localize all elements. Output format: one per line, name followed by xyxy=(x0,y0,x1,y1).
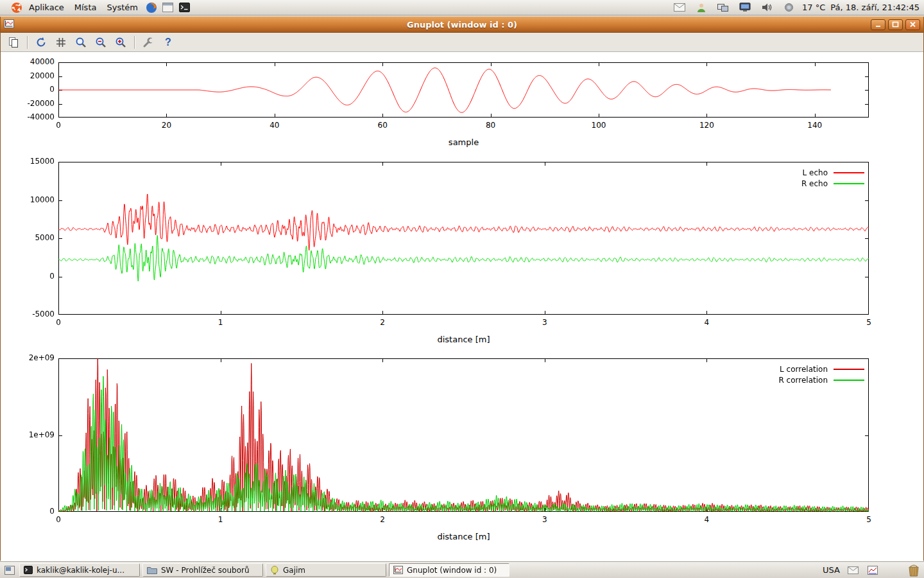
window-title: Gnuplot (window id : 0) xyxy=(1,20,923,30)
legend-label: L correlation xyxy=(780,365,828,374)
y-tick-label: 1e+09 xyxy=(6,430,55,440)
titlebar[interactable]: Gnuplot (window id : 0) xyxy=(1,17,923,33)
x-tick-label: 60 xyxy=(363,121,402,130)
configure-button[interactable] xyxy=(140,35,157,50)
taskbar-item-label: kaklik@kaklik-kolej-u... xyxy=(37,566,124,575)
taskbar-item-gnuplot[interactable]: Gnuplot (window id : 0) xyxy=(389,563,509,577)
taskbar-item-terminal[interactable]: kaklik@kaklik-kolej-u... xyxy=(19,563,140,577)
show-desktop-icon[interactable] xyxy=(3,564,17,577)
screenshot-icon[interactable] xyxy=(161,1,175,15)
x-tick-label: 20 xyxy=(147,121,185,130)
chart3-legend: L correlationR correlation xyxy=(710,363,864,385)
trash-icon[interactable] xyxy=(907,563,920,577)
menu-places[interactable]: Místa xyxy=(69,0,102,15)
file-manager-icon xyxy=(147,566,157,574)
taskbar: kaklik@kaklik-kolej-u...SW - Prohlížeč s… xyxy=(0,561,924,578)
x-tick-label: 0 xyxy=(39,121,78,130)
menu-system-label: Systém xyxy=(107,3,137,12)
x-tick-label: 1 xyxy=(201,515,240,525)
chart2-xlabel: distance [m] xyxy=(368,335,560,344)
x-tick-label: 140 xyxy=(796,121,834,130)
taskbar-item-file-manager[interactable]: SW - Prohlížeč souborů xyxy=(142,563,263,577)
copy-to-clipboard-button[interactable] xyxy=(5,35,22,50)
desktop: Aplikace Místa Systém 17 °C Pá, 18. září… xyxy=(0,0,924,578)
zoom-previous-button[interactable] xyxy=(73,35,89,50)
keyboard-layout-indicator[interactable]: USA xyxy=(823,565,840,575)
gajim-icon xyxy=(270,566,279,575)
maximize-button[interactable] xyxy=(888,19,903,30)
legend-label: L echo xyxy=(803,168,828,177)
toolbar: ? xyxy=(1,33,923,52)
help-button[interactable]: ? xyxy=(160,35,176,50)
x-tick-label: 1 xyxy=(201,318,240,328)
y-tick-label: 40000 xyxy=(6,57,55,67)
x-tick-label: 120 xyxy=(687,121,726,130)
y-tick-label: -20000 xyxy=(6,99,55,109)
firefox-icon[interactable] xyxy=(144,1,158,15)
y-tick-label: 15000 xyxy=(6,157,55,166)
volume-icon[interactable] xyxy=(760,1,774,15)
x-tick-label: 100 xyxy=(579,121,618,130)
x-tick-label: 4 xyxy=(687,515,726,525)
mail-tray-icon[interactable] xyxy=(846,564,860,577)
taskbar-item-label: SW - Prohlížeč souborů xyxy=(161,566,250,575)
taskbar-tray: USA xyxy=(823,563,921,577)
x-tick-label: 80 xyxy=(472,121,510,130)
taskbar-item-label: Gajim xyxy=(283,566,305,575)
chart1-xlabel: sample xyxy=(368,137,560,147)
zoom-out-button[interactable] xyxy=(92,35,109,50)
legend-label: R correlation xyxy=(778,376,828,385)
menu-applications[interactable]: Aplikace xyxy=(3,0,69,15)
legend-line-sample xyxy=(834,183,864,184)
weather-temperature[interactable]: 17 °C xyxy=(802,3,825,12)
panel-tray: 17 °C Pá, 18. září, 21:42:45 xyxy=(671,1,921,15)
menu-applications-label: Aplikace xyxy=(29,3,64,12)
network-icon[interactable] xyxy=(716,1,730,15)
legend-entry: L echo xyxy=(710,167,864,178)
x-tick-label: 0 xyxy=(39,515,78,525)
clock[interactable]: Pá, 18. září, 21:42:45 xyxy=(830,3,920,12)
terminal-icon[interactable] xyxy=(178,1,192,15)
minimize-button[interactable] xyxy=(871,19,886,30)
x-tick-label: 0 xyxy=(39,318,78,328)
chart3-xlabel: distance [m] xyxy=(368,532,560,541)
x-tick-label: 3 xyxy=(526,515,564,525)
x-tick-label: 5 xyxy=(850,515,888,525)
toolbar-separator xyxy=(27,36,28,49)
gnuplot-window: Gnuplot (window id : 0) ? 40000200000-20… xyxy=(0,17,924,561)
window-controls xyxy=(871,19,920,30)
chart-tray-icon[interactable] xyxy=(866,564,880,577)
plot-content: 40000200000-20000-4000002040608010012014… xyxy=(1,52,923,561)
y-tick-label: 2e+09 xyxy=(6,353,55,363)
chart1-canvas[interactable] xyxy=(58,62,869,118)
window-list: kaklik@kaklik-kolej-u...SW - Prohlížeč s… xyxy=(19,563,509,577)
legend-entry: L correlation xyxy=(710,363,864,374)
ubuntu-logo-icon xyxy=(10,1,24,15)
display-icon[interactable] xyxy=(738,1,752,15)
top-panel: Aplikace Místa Systém 17 °C Pá, 18. září… xyxy=(0,0,924,15)
gnuplot-window-icon xyxy=(4,19,15,30)
menu-system[interactable]: Systém xyxy=(101,0,142,15)
y-tick-label: 0 xyxy=(6,272,55,281)
close-button[interactable] xyxy=(905,19,920,30)
y-tick-label: 10000 xyxy=(6,195,55,205)
taskbar-item-label: Gnuplot (window id : 0) xyxy=(407,566,497,575)
legend-line-sample xyxy=(834,369,864,370)
weather-icon[interactable] xyxy=(782,1,796,15)
presence-icon[interactable] xyxy=(694,1,708,15)
x-tick-label: 5 xyxy=(850,318,888,328)
toggle-grid-button[interactable] xyxy=(53,35,69,50)
gnuplot-icon xyxy=(393,566,403,574)
terminal-icon xyxy=(24,566,33,574)
x-tick-label: 2 xyxy=(363,515,402,525)
replot-button[interactable] xyxy=(33,35,49,50)
taskbar-item-gajim[interactable]: Gajim xyxy=(266,563,386,577)
menu-places-label: Místa xyxy=(74,3,97,12)
x-tick-label: 3 xyxy=(526,318,564,328)
y-tick-label: 0 xyxy=(6,85,55,94)
mail-notification-icon[interactable] xyxy=(672,1,687,15)
zoom-in-button[interactable] xyxy=(112,35,129,50)
legend-entry: R correlation xyxy=(710,374,864,385)
legend-line-sample xyxy=(834,380,864,381)
x-tick-label: 4 xyxy=(687,318,726,328)
